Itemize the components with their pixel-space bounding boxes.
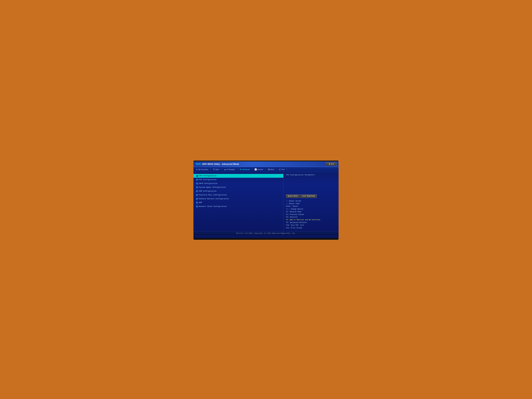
header-title: /SUS UEFI BIOS Utility - Advanced Mode bbox=[196, 163, 239, 165]
pch-config-label: PCH Configuration bbox=[199, 179, 216, 181]
cpu-config-label: CPU Configuration bbox=[199, 175, 216, 177]
shortcut-f3: F3: Shortcut bbox=[286, 216, 336, 219]
advanced-icon: ⚙ bbox=[240, 168, 241, 171]
sata-config-label: SATA Configuration bbox=[199, 183, 217, 184]
shortcut-f12: F12: Print Screen bbox=[286, 227, 336, 229]
tool-icon: 🖨 bbox=[279, 168, 281, 171]
nav-sep-7: | bbox=[286, 168, 287, 171]
arrow-icon-onboard: ▶ bbox=[196, 198, 198, 200]
bios-title: UEFI BIOS Utility - Advanced Mode bbox=[202, 163, 239, 165]
shortcut-select-item: ↕: Select Item bbox=[286, 203, 336, 205]
last-modified-button[interactable]: Last Modified bbox=[300, 195, 317, 198]
usb-config-label: USB Configuration bbox=[199, 190, 216, 192]
shortcuts-list: ↔: Select Screen ↕: Select Item Enter: S… bbox=[286, 200, 336, 229]
nav-favorites[interactable]: ★ My Favorites bbox=[195, 168, 209, 171]
arrow-icon-network: ▶ bbox=[196, 206, 198, 207]
footer-text: Version 2.10.1208. Copyright (C) 2014 Am… bbox=[236, 233, 296, 234]
bottom-bezel bbox=[193, 238, 339, 240]
nav-boot-label: Boot bbox=[271, 169, 274, 171]
key-change: +/-: Change Option bbox=[286, 208, 303, 210]
ai-tweaker-icon: ☁ bbox=[224, 168, 226, 171]
header-bar: /SUS UEFI BIOS Utility - Advanced Mode 🖥… bbox=[193, 161, 339, 167]
menu-system-agent[interactable]: ▶ System Agent Configuration bbox=[193, 185, 283, 189]
key-enter: Enter: Select bbox=[286, 205, 298, 207]
description-text: CPU Configuration Parameters bbox=[286, 174, 336, 176]
boot-icon: ⏻ bbox=[268, 168, 270, 171]
nav-monitor[interactable]: 📈 Monitor bbox=[253, 168, 264, 171]
nav-sep-3: | bbox=[237, 168, 238, 171]
bios-screen: /SUS UEFI BIOS Utility - Advanced Mode 🖥… bbox=[193, 161, 339, 238]
left-panel: ▶ CPU Configuration ▶ PCH Configuration … bbox=[193, 172, 283, 231]
nav-sep-5: | bbox=[265, 168, 266, 171]
menu-usb-config[interactable]: ▶ USB Configuration bbox=[193, 189, 283, 193]
shortcut-select-screen: ↔: Select Screen bbox=[286, 200, 336, 203]
nav-boot[interactable]: ⏻ Boot bbox=[267, 168, 275, 171]
key-f10: F10: Save ESC: Exit bbox=[286, 224, 304, 226]
key-f5: F5: Optimized Defaults bbox=[286, 222, 307, 223]
nav-sep-4: | bbox=[252, 168, 253, 171]
shortcut-change: +/-: Change Option bbox=[286, 208, 336, 210]
nav-advanced[interactable]: ⚙ Advanced bbox=[238, 168, 251, 171]
menu-cpu-config[interactable]: ▶ CPU Configuration bbox=[193, 174, 283, 178]
button-row: Quick Note Last Modified bbox=[286, 195, 336, 198]
key-f2: F2: Previous Values bbox=[286, 214, 304, 215]
shortcut-f4: F4: Add to Shortcut and My Favorites bbox=[286, 219, 336, 221]
nav-ai-tweaker-label: Ai Tweaker bbox=[226, 169, 235, 171]
menu-onboard-devices[interactable]: ▶ Onboard Devices Configuration bbox=[193, 197, 283, 201]
asus-logo: /SUS bbox=[196, 163, 201, 165]
exit-label: Exit bbox=[331, 163, 334, 165]
favorites-icon: ★ bbox=[196, 168, 198, 171]
menu-network-stack[interactable]: ▶ Network Stack Configuration bbox=[193, 204, 283, 208]
onboard-devices-label: Onboard Devices Configuration bbox=[199, 198, 229, 200]
nav-tool-label: Tool bbox=[281, 169, 285, 171]
nav-advanced-label: Advanced bbox=[242, 169, 250, 171]
menu-pch-config[interactable]: ▶ PCH Configuration bbox=[193, 178, 283, 182]
nav-favorites-label: My Favorites bbox=[198, 169, 208, 171]
quick-note-button[interactable]: Quick Note bbox=[286, 195, 299, 198]
nav-sep-2: | bbox=[221, 168, 222, 171]
key-f1: F1: General Help bbox=[286, 211, 301, 213]
arrow-icon-cpu: ▶ bbox=[196, 175, 198, 177]
nav-main-label: Main bbox=[215, 169, 219, 171]
nav-sep-6: | bbox=[276, 168, 277, 171]
arrow-icon-system: ▶ bbox=[196, 186, 198, 188]
key-select-screen: ↔: Select Screen bbox=[286, 200, 301, 202]
shortcut-f5: F5: Optimized Defaults bbox=[286, 221, 336, 224]
nav-tool[interactable]: 🖨 Tool bbox=[278, 168, 286, 171]
shortcut-f2: F2: Previous Values bbox=[286, 213, 336, 216]
menu-sata-config[interactable]: ▶ SATA Configuration bbox=[193, 182, 283, 185]
system-agent-label: System Agent Configuration bbox=[199, 186, 226, 188]
right-panel: CPU Configuration Parameters Quick Note … bbox=[283, 172, 339, 231]
arrow-icon-usb: ▶ bbox=[196, 190, 198, 192]
main-content: ▶ CPU Configuration ▶ PCH Configuration … bbox=[193, 172, 339, 231]
nav-monitor-label: Monitor bbox=[257, 169, 263, 171]
key-f4: F4: Add to Shortcut and My Favorites bbox=[286, 219, 320, 221]
arrow-icon-platform: ▶ bbox=[196, 194, 198, 196]
shortcut-f10: F10: Save ESC: Exit bbox=[286, 224, 336, 227]
nav-main[interactable]: ☰ Main bbox=[212, 168, 221, 171]
shortcut-enter: Enter: Select bbox=[286, 205, 336, 208]
menu-apm[interactable]: ▶ APM bbox=[193, 201, 283, 204]
arrow-icon-pch: ▶ bbox=[196, 179, 198, 181]
nav-bar: ★ My Favorites | ☰ Main | ☁ Ai Tweaker |… bbox=[193, 167, 339, 172]
key-f12: F12: Print Screen bbox=[286, 227, 302, 229]
key-select-item: ↕: Select Item bbox=[286, 203, 299, 205]
footer-bar: Version 2.10.1208. Copyright (C) 2014 Am… bbox=[193, 231, 339, 235]
monitor-icon: 📈 bbox=[254, 168, 257, 171]
network-stack-label: Network Stack Configuration bbox=[199, 205, 227, 207]
nav-sep-1: | bbox=[210, 168, 211, 171]
apm-label: APM bbox=[199, 202, 202, 204]
exit-button[interactable]: 🖥 Exit bbox=[326, 162, 336, 166]
platform-misc-label: Platform Misc Configuration bbox=[199, 194, 227, 196]
shortcut-f1: F1: General Help bbox=[286, 210, 336, 213]
nav-ai-tweaker[interactable]: ☁ Ai Tweaker bbox=[223, 168, 236, 171]
key-f3: F3: Shortcut bbox=[286, 216, 298, 218]
menu-platform-misc[interactable]: ▶ Platform Misc Configuration bbox=[193, 193, 283, 197]
arrow-icon-sata: ▶ bbox=[196, 183, 198, 184]
exit-icon: 🖥 bbox=[329, 163, 330, 165]
arrow-icon-apm: ▶ bbox=[196, 202, 198, 204]
main-icon: ☰ bbox=[213, 168, 215, 171]
